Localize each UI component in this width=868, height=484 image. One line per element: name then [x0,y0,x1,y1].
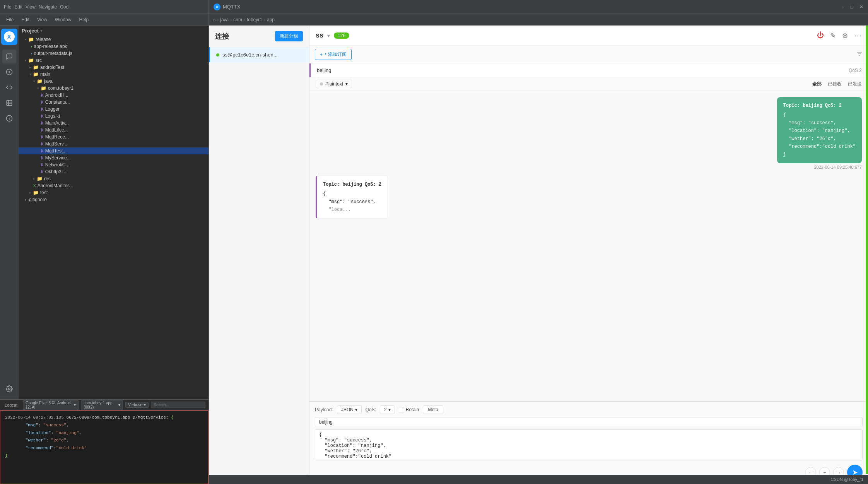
tree-item-okhttp3t[interactable]: K Okhttp3T... [19,168,208,175]
topic-input[interactable] [315,417,863,427]
topic-item-beijing[interactable]: beijing QoS 2 [309,63,868,77]
mqttx-menu-file[interactable]: File [3,16,17,23]
console-tag: 6672-6809/com.tobeyr1.app D/MqttService: [66,415,168,420]
breadcrumb-com[interactable]: com [233,17,242,22]
plus-icon: + [320,52,323,57]
messages-scroll-area: Topic: beijing QoS: 2 { "msg": "success"… [309,91,868,401]
publish-area: Payload: JSON ▾ QoS: 2 ▾ Retain [309,401,868,484]
payload-textarea[interactable]: { "msg": "success", "location": "nanjing… [315,429,863,460]
power-icon[interactable]: ⏻ [817,31,824,39]
connection-item-ss[interactable]: ss@pc1c6e1c.cn-shen... [209,47,309,62]
tree-item-gitignore[interactable]: ▪ .gitignore [19,196,208,203]
filter-sent-button[interactable]: 已发送 [848,81,862,87]
minimize-button[interactable]: − [842,4,844,10]
mqttx-title: MQTTX [223,4,241,10]
filter-icon[interactable] [856,51,863,58]
maximize-button[interactable]: □ [851,4,853,10]
tree-item-mqttserv[interactable]: K MqttServ... [19,140,208,147]
settings-icon-btn[interactable] [2,382,16,396]
mqttx-menu-window[interactable]: Window [52,16,75,23]
log-level: Verbose [128,403,142,407]
tree-item-manifest[interactable]: X AndroidManifes... [19,182,208,189]
mqttx-menu-view[interactable]: View [34,16,50,23]
qos-label: QoS: [366,407,376,412]
ide-menu-view[interactable]: View [26,4,36,10]
qos-selector[interactable]: 2 ▾ [380,405,395,414]
mqttx-menu-help[interactable]: Help [76,16,92,23]
new-group-button[interactable]: 新建分组 [275,31,303,41]
tree-item-release[interactable]: ▾ 📁 release [19,36,208,43]
message-count-badge: 126 [334,32,349,39]
ide-menu-code[interactable]: Cod [60,4,68,10]
chevron-down-icon[interactable]: ▾ [327,32,330,39]
table-icon-btn[interactable] [2,96,16,110]
tree-item-mainactiv[interactable]: K MainActiv... [19,120,208,127]
tree-item-com[interactable]: ▾ 📁 com.tobeyr1 [19,85,208,92]
filter-all-button[interactable]: 全部 [812,81,822,87]
dropdown-icon: ▾ [74,403,76,407]
console-body: 2022-06-14 09:27:02.105 6672-6809/com.to… [0,410,208,484]
chat-main: ss ▾ 126 ⏻ ✎ ⊕ ⋯ + + 添加订阅 [309,26,868,484]
message-filter-bar: Plaintext ▾ 全部 已接收 已发送 [309,77,868,91]
tree-item-myservice[interactable]: K MyService... [19,154,208,161]
console-tab-logcat[interactable]: Logcat [3,402,19,408]
tree-item-mqttlife[interactable]: K MqttLifec... [19,127,208,133]
tree-item-netwrok[interactable]: K NetwrokC... [19,161,208,168]
mqttx-icon-button[interactable]: X [1,29,17,45]
chat-icon-btn[interactable] [2,50,16,63]
retain-checkbox[interactable] [399,407,404,412]
tree-item-mqqtrece[interactable]: K MqttRece... [19,133,208,140]
info-icon-btn[interactable] [2,111,16,125]
tree-item-constants[interactable]: K Constants... [19,99,208,106]
tree-item-apk[interactable]: ▪ app-release.apk [19,43,208,50]
retain-control: Retain [399,407,419,412]
add-connection-icon[interactable]: ⊕ [842,31,848,40]
subscription-bar: + + 添加订阅 [309,46,868,63]
close-button[interactable]: ✕ [859,4,863,10]
tree-item-metadata[interactable]: ▪ output-metadata.js [19,50,208,57]
package-selector[interactable]: com.tobeyr1.app (00t2) ▾ [81,400,123,410]
ide-menu-file[interactable]: File [4,4,11,10]
console-search-input[interactable] [151,402,205,408]
ide-title-bar: File Edit View Navigate Cod [0,0,209,14]
log-level-selector[interactable]: Verbose ▾ [125,402,149,408]
edit-icon[interactable]: ✎ [830,31,836,40]
breadcrumb-java[interactable]: java [220,17,229,22]
tree-item-src[interactable]: ▾ 📁 src [19,57,208,64]
console-panel: Logcat Google Pixel 3 XL Android 12, AI … [0,399,208,484]
chat-conn-name: ss [316,31,323,39]
tree-item-logs[interactable]: K Logs.kt [19,113,208,120]
code-icon-btn[interactable] [2,80,16,94]
connection-panel: 连接 新建分组 ss@pc1c6e1c.cn-shen... [209,26,309,484]
breadcrumb-app[interactable]: app [267,17,275,22]
icon-sidebar: X [0,26,19,399]
svg-rect-3 [7,100,12,106]
breadcrumb-tobeyr1[interactable]: tobeyr1 [247,17,262,22]
project-dropdown[interactable]: ▾ [40,28,43,33]
tree-item-androidtest[interactable]: ▸ 📁 androidTest [19,64,208,71]
plaintext-selector[interactable]: Plaintext ▾ [316,80,352,88]
ide-menu-edit[interactable]: Edit [14,4,22,10]
tree-item-java[interactable]: ▾ 📁 java [19,78,208,85]
connection-status-dot [216,53,219,56]
mqttx-menu-edit[interactable]: Edit [18,16,32,23]
tree-item-androidh[interactable]: K AndroidH... [19,92,208,99]
payload-format-selector[interactable]: JSON ▾ [337,405,362,414]
tree-item-test[interactable]: ▸ 📁 test [19,189,208,196]
tree-item-res[interactable]: ▸ 📁 res [19,175,208,182]
package-name: com.tobeyr1.app (00t2) [84,401,117,409]
received-bubble: Topic: beijing QoS: 2 { "msg": "success"… [316,176,388,219]
tree-item-logger[interactable]: K Logger [19,106,208,113]
device-selector[interactable]: Google Pixel 3 XL Android 12, AI ▾ [23,400,79,410]
project-header: Project ▾ [19,26,208,36]
ide-menu-navigate[interactable]: Navigate [39,4,57,10]
tree-item-main[interactable]: ▾ 📁 main [19,71,208,78]
received-content: { [323,190,381,198]
add-icon-btn[interactable] [2,65,16,79]
meta-button[interactable]: Meta [423,405,443,414]
add-subscription-button[interactable]: + + 添加订阅 [315,49,352,60]
tree-item-mqtttest[interactable]: K MqttTest... [19,147,208,154]
filter-received-button[interactable]: 已接收 [828,81,842,87]
console-timestamp: 2022-06-14 09:27:02.105 6672-6809/com.to… [5,414,203,422]
more-icon[interactable]: ⋯ [854,31,862,40]
